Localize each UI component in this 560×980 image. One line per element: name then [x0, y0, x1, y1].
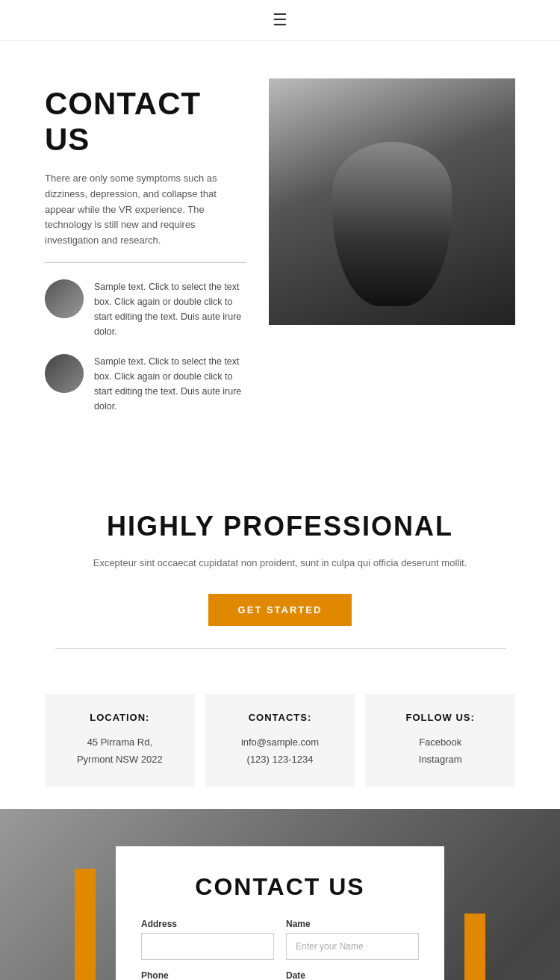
- professional-title: HIGHLY PROFESSIONAL: [30, 511, 530, 542]
- professional-section: HIGHLY PROFESSIONAL Excepteur sint occae…: [0, 466, 560, 672]
- info-cards-section: LOCATION: 45 Pirrama Rd, Pyrmont NSW 202…: [0, 672, 560, 809]
- name-label: Name: [286, 919, 419, 929]
- form-title: CONTACT US: [141, 873, 419, 901]
- name-input[interactable]: [286, 933, 419, 960]
- contacts-phone: (123) 123-1234: [220, 751, 340, 768]
- hero-photo-container: [269, 78, 515, 429]
- info-card-follow: FOLLOW US: Facebook Instagram: [365, 694, 515, 787]
- avatar-placeholder-2: [45, 354, 84, 393]
- avatar-1: [45, 279, 84, 318]
- contact-form-card: CONTACT US Address Name Phone Date Messa…: [116, 846, 444, 980]
- portrait-shape: [332, 142, 452, 306]
- phone-label: Phone: [141, 970, 274, 980]
- professional-divider: [55, 648, 505, 649]
- follow-instagram: Instagram: [380, 751, 500, 768]
- hero-section: CONTACT US There are only some symptoms …: [0, 41, 560, 466]
- person-item-1: Sample text. Click to select the text bo…: [45, 279, 246, 339]
- address-input[interactable]: [141, 933, 274, 960]
- form-group-date: Date: [286, 970, 419, 980]
- person-text-2: Sample text. Click to select the text bo…: [94, 354, 246, 414]
- form-group-phone: Phone: [141, 970, 274, 980]
- contacts-title: CONTACTS:: [220, 712, 340, 723]
- form-row-address-name: Address Name: [141, 919, 419, 960]
- person-text-1: Sample text. Click to select the text bo…: [94, 279, 246, 339]
- hero-description: There are only some symptoms such as diz…: [45, 171, 246, 249]
- form-group-name: Name: [286, 919, 419, 960]
- follow-facebook: Facebook: [380, 734, 500, 751]
- info-card-contacts: CONTACTS: info@sample.com (123) 123-1234: [205, 694, 355, 787]
- contact-form-section: CONTACT US Address Name Phone Date Messa…: [0, 809, 560, 980]
- avatar-2: [45, 354, 84, 393]
- navigation: ☰: [0, 0, 560, 41]
- address-label: Address: [141, 919, 274, 929]
- professional-description: Excepteur sint occaecat cupidatat non pr…: [30, 556, 530, 571]
- form-group-address: Address: [141, 919, 274, 960]
- date-label: Date: [286, 970, 419, 980]
- info-card-location: LOCATION: 45 Pirrama Rd, Pyrmont NSW 202…: [45, 694, 195, 787]
- location-line-2: Pyrmont NSW 2022: [60, 751, 180, 768]
- form-row-phone-date: Phone Date: [141, 970, 419, 980]
- contacts-email: info@sample.com: [220, 734, 340, 751]
- hero-title: CONTACT US: [45, 86, 246, 158]
- hero-photo-inner: [269, 78, 515, 325]
- location-line-1: 45 Pirrama Rd,: [60, 734, 180, 751]
- person-item-2: Sample text. Click to select the text bo…: [45, 354, 246, 414]
- follow-title: FOLLOW US:: [380, 712, 500, 723]
- accent-bar-right: [464, 914, 485, 980]
- hero-photo: [269, 78, 515, 325]
- location-title: LOCATION:: [60, 712, 180, 723]
- hero-divider: [45, 262, 246, 263]
- hero-left: CONTACT US There are only some symptoms …: [45, 78, 246, 429]
- hamburger-icon[interactable]: ☰: [273, 10, 287, 30]
- get-started-button[interactable]: GET STARTED: [208, 594, 352, 626]
- avatar-placeholder-1: [45, 279, 84, 318]
- accent-bar-left: [75, 869, 96, 980]
